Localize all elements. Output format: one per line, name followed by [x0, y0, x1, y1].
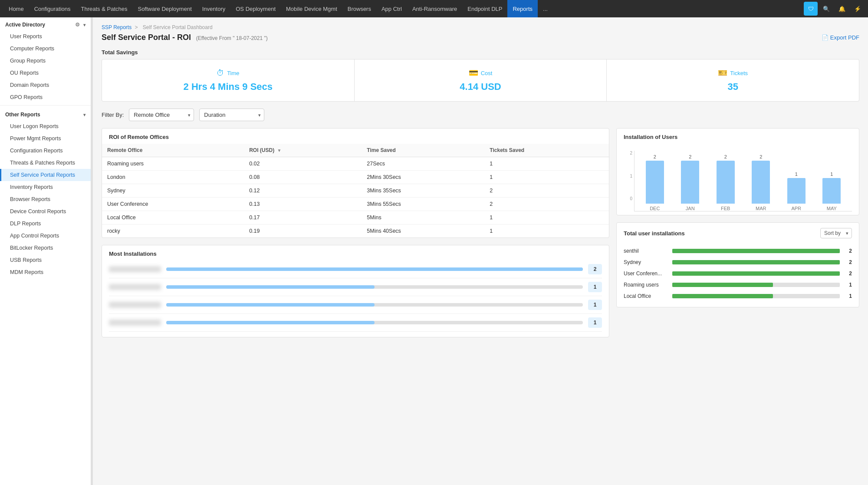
nav-threats[interactable]: Threats & Patches	[76, 0, 133, 17]
bar-group: 2 MAR	[746, 154, 776, 211]
cell-office: Local Office	[102, 211, 244, 224]
bell-icon[interactable]: 🔔	[835, 2, 849, 16]
cell-tickets: 2	[484, 198, 609, 211]
install-count: 2	[588, 264, 602, 274]
sidebar-item-device-control[interactable]: Device Control Reports	[0, 205, 91, 218]
sidebar-item-browser[interactable]: Browser Reports	[0, 193, 91, 205]
cell-office: London	[102, 171, 244, 184]
sidebar-item-usb[interactable]: USB Reports	[0, 254, 91, 266]
cost-value: 4.14 USD	[460, 81, 501, 92]
nav-configurations[interactable]: Configurations	[29, 0, 76, 17]
search-icon[interactable]: 🔍	[819, 2, 833, 16]
sort-icon: ▼	[277, 148, 281, 153]
collapse-other-icon[interactable]: ▾	[83, 112, 85, 117]
total-savings-label: Total Savings	[102, 49, 859, 56]
install-name	[109, 320, 161, 326]
time-icon: ⏱	[217, 69, 224, 78]
nav-dlp[interactable]: Endpoint DLP	[462, 0, 507, 17]
col-tickets-saved: Tickets Saved	[484, 144, 609, 157]
top-nav: Home Configurations Threats & Patches So…	[0, 0, 868, 17]
breadcrumb-parent[interactable]: SSP Reports	[102, 24, 132, 30]
nav-home[interactable]: Home	[3, 0, 29, 17]
sidebar-item-app-control[interactable]: App Control Reports	[0, 230, 91, 242]
install-chart-title: Installation of Users	[617, 129, 859, 144]
user-bar-fill	[672, 271, 840, 276]
install-row: 1	[109, 278, 602, 296]
cell-roi: 0.12	[244, 184, 362, 198]
bar-group: 2 JAN	[675, 154, 706, 211]
install-bar-fill	[166, 321, 375, 324]
cell-roi: 0.13	[244, 198, 362, 211]
sort-select[interactable]: Sort by	[820, 228, 852, 238]
user-bar-fill	[672, 294, 773, 298]
sidebar-item-power-mgmt[interactable]: Power Mgmt Reports	[0, 132, 91, 145]
install-bar-fill	[166, 303, 375, 307]
total-user-title: Total user installations	[624, 230, 685, 237]
export-pdf-button[interactable]: 📄 Export PDF	[822, 34, 859, 41]
cell-roi: 0.17	[244, 211, 362, 224]
table-row: rocky 0.19 5Mins 40Secs 1	[102, 224, 609, 238]
collapse-icon[interactable]: ▾	[83, 23, 85, 27]
nav-software[interactable]: Software Deployment	[132, 0, 197, 17]
col-roi[interactable]: ROI (USD) ▼	[244, 144, 362, 157]
nav-browsers[interactable]: Browsers	[342, 0, 376, 17]
y-axis-2: 2	[630, 151, 632, 155]
user-count: 1	[845, 282, 852, 288]
user-row: senthil 2	[624, 245, 852, 257]
bar-group: 1 MAY	[817, 154, 847, 211]
nav-more[interactable]: ...	[538, 0, 553, 17]
bar-label-top: 2	[760, 154, 762, 159]
col-time-saved: Time Saved	[362, 144, 484, 157]
nav-inventory[interactable]: Inventory	[197, 0, 230, 17]
sidebar-item-ssp[interactable]: Self Service Portal Reports	[0, 169, 91, 181]
other-reports-header[interactable]: Other Reports ▾	[0, 107, 91, 120]
bar-label-month: FEB	[721, 206, 730, 211]
office-select[interactable]: Remote Office	[129, 109, 194, 121]
sidebar-item-dlp[interactable]: DLP Reports	[0, 218, 91, 230]
cell-tickets: 1	[484, 224, 609, 238]
sidebar-item-bitlocker[interactable]: BitLocker Reports	[0, 242, 91, 254]
user-count: 1	[845, 293, 852, 299]
bar	[787, 178, 806, 204]
sidebar-item-mdm[interactable]: MDM Reports	[0, 266, 91, 278]
lightning-icon[interactable]: ⚡	[851, 2, 865, 16]
nav-mobile[interactable]: Mobile Device Mgmt	[281, 0, 342, 17]
install-chart-card: Installation of Users 2 1 0 2 DEC 2 JA	[616, 128, 859, 215]
user-row: User Conferen... 2	[624, 268, 852, 279]
user-bar-fill	[672, 260, 840, 264]
duration-select[interactable]: Duration	[199, 109, 264, 121]
sidebar-item-ou-reports[interactable]: OU Reports	[0, 67, 91, 79]
nav-ransomware[interactable]: Anti-Ransomware	[407, 0, 462, 17]
shield-icon[interactable]: 🛡	[804, 2, 818, 16]
active-directory-header[interactable]: Active Directory ⚙ ▾	[0, 17, 91, 30]
sidebar-item-domain-reports[interactable]: Domain Reports	[0, 79, 91, 91]
sidebar-item-threats-patches[interactable]: Threats & Patches Reports	[0, 157, 91, 169]
sidebar-item-user-reports[interactable]: User Reports	[0, 30, 91, 43]
gear-icon[interactable]: ⚙	[75, 22, 80, 28]
left-column: ROI of Remote Offices Remote Office ROI …	[102, 128, 609, 344]
savings-time: ⏱ Time 2 Hrs 4 Mins 9 Secs	[102, 59, 355, 101]
nav-appctrl[interactable]: App Ctrl	[376, 0, 407, 17]
install-name	[109, 266, 161, 272]
savings-cost: 💳 Cost 4.14 USD	[355, 59, 607, 101]
sidebar-item-user-logon[interactable]: User Logon Reports	[0, 120, 91, 132]
table-row: London 0.08 2Mins 30Secs 1	[102, 171, 609, 184]
cell-tickets: 1	[484, 211, 609, 224]
sidebar-item-gpo-reports[interactable]: GPO Reports	[0, 91, 91, 103]
nav-reports[interactable]: Reports	[507, 0, 538, 17]
page-title: Self Service Portal - ROI	[102, 33, 191, 42]
cell-time-saved: 5Mins 40Secs	[362, 224, 484, 238]
sidebar-item-inventory[interactable]: Inventory Reports	[0, 181, 91, 193]
nav-os[interactable]: OS Deployment	[230, 0, 281, 17]
install-bar-fill	[166, 267, 583, 271]
install-count: 1	[588, 300, 602, 310]
sidebar-item-group-reports[interactable]: Group Reports	[0, 55, 91, 67]
sidebar-item-configuration[interactable]: Configuration Reports	[0, 145, 91, 157]
bar-group: 2 FEB	[710, 154, 741, 211]
most-installations-title: Most Installations	[102, 245, 609, 261]
y-axis-0: 0	[630, 196, 632, 201]
sidebar-item-computer-reports[interactable]: Computer Reports	[0, 43, 91, 55]
user-bar-bg	[672, 271, 840, 276]
install-bar-bg	[166, 285, 583, 289]
install-row: 2	[109, 261, 602, 278]
